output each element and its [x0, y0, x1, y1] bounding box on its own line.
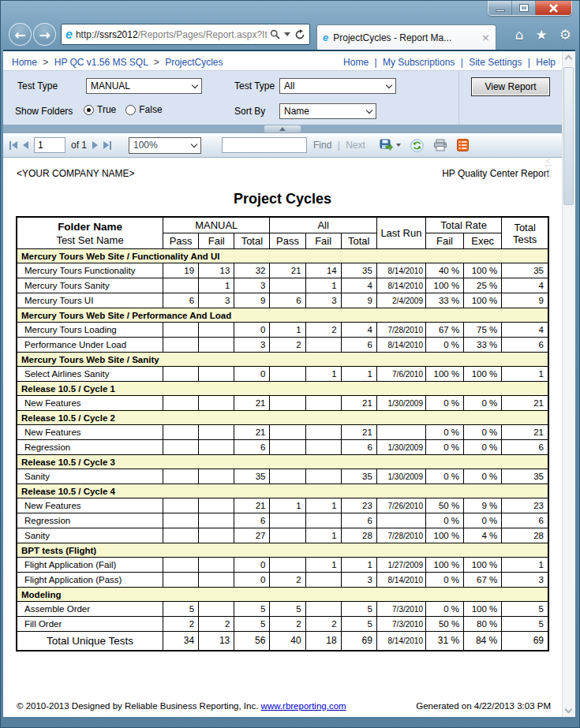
minimize-button[interactable] — [488, 1, 512, 15]
value-cell: 5 — [502, 602, 548, 617]
value-cell: 8/14/2010 — [376, 338, 425, 353]
value-cell: 6 — [234, 440, 270, 455]
value-cell — [270, 396, 305, 411]
site-settings-link[interactable]: Site Settings — [469, 57, 522, 68]
first-page-button[interactable] — [9, 141, 17, 150]
value-cell: 40 — [270, 632, 305, 651]
value-cell: 69 — [341, 632, 376, 651]
previous-page-button[interactable] — [23, 141, 28, 149]
value-cell: 100 % — [425, 528, 463, 543]
my-subscriptions-link[interactable]: My Subscriptions — [383, 57, 455, 68]
tab-close-icon[interactable]: × — [481, 32, 490, 43]
value-cell: 0 % — [425, 425, 463, 440]
group-header-row: Release 10.5 / Cycle 1 — [17, 382, 548, 396]
test-set-name: New Features — [17, 425, 163, 440]
value-cell: 0 — [234, 573, 270, 588]
test-type-label: Test Type — [17, 80, 58, 91]
value-cell: 2 — [305, 323, 341, 338]
value-cell: 4 — [341, 323, 376, 338]
show-folders-false-radio[interactable] — [125, 105, 136, 115]
vertical-scrollbar[interactable] — [562, 51, 575, 717]
maximize-button[interactable] — [512, 1, 536, 15]
refresh-report-button[interactable] — [410, 139, 424, 152]
value-cell: 0 — [234, 367, 270, 382]
generated-timestamp: Generated on 4/22/2013 3:03 PM — [416, 701, 551, 711]
favorites-star-icon[interactable]: ★ — [536, 27, 548, 43]
value-cell — [199, 498, 234, 513]
table-header: Folder Name Test Set Name MANUAL All Las… — [17, 217, 548, 249]
value-cell — [305, 513, 341, 528]
value-cell: 21 — [234, 396, 270, 411]
value-cell: 100 % — [464, 602, 502, 617]
value-cell: 5 — [234, 617, 270, 632]
value-cell: 3 — [199, 293, 234, 308]
browser-tab[interactable]: e ProjectCycles - Report Ma... × — [316, 24, 496, 50]
home-icon[interactable]: ⌂ — [515, 27, 524, 43]
report-title: Project Cycles — [3, 191, 562, 207]
view-report-button[interactable]: View Report — [471, 77, 550, 96]
scroll-up-icon[interactable] — [565, 55, 573, 63]
value-cell: 8/14/2010 — [376, 278, 425, 293]
last-page-button[interactable] — [103, 141, 111, 150]
back-button[interactable]: ← — [9, 23, 32, 46]
value-cell: 7/28/2010 — [376, 528, 425, 543]
value-cell: 33 % — [425, 293, 463, 308]
next-page-button[interactable] — [92, 141, 98, 149]
value-cell: 28 — [502, 528, 548, 543]
value-cell: 1 — [305, 498, 341, 513]
value-cell — [270, 440, 305, 455]
home-link[interactable]: Home — [343, 57, 369, 68]
copyright-text: © 2010-2013 Designed by Reliable Busines… — [17, 701, 258, 711]
search-icon[interactable] — [270, 29, 280, 39]
breadcrumb-project-link[interactable]: HP QC v1.56 MS SQL — [54, 57, 148, 68]
table-row: Mercury Tours Functionality1913322114358… — [17, 263, 548, 278]
test-type2-select[interactable]: All — [279, 78, 396, 94]
value-cell: 8/14/2010 — [376, 573, 425, 588]
zoom-select[interactable]: 100% — [129, 137, 201, 154]
report-footer: © 2010-2013 Designed by Reliable Busines… — [17, 701, 551, 711]
value-cell: 6 — [341, 513, 376, 528]
value-cell: 1 — [502, 558, 548, 573]
find-link[interactable]: Find — [313, 140, 331, 151]
rbreporting-link[interactable]: www.rbreporting.com — [261, 701, 346, 711]
close-button[interactable] — [536, 1, 571, 15]
table-row: Mercury Tours UI6396392/4/200933 %100 %9 — [17, 293, 548, 308]
value-cell — [163, 396, 199, 411]
col-header-all: All — [270, 217, 376, 233]
test-type-select[interactable]: MANUAL — [86, 78, 202, 94]
value-cell: 67 % — [464, 573, 502, 588]
print-button[interactable] — [433, 139, 447, 151]
show-folders-true-radio[interactable] — [84, 105, 94, 115]
forward-button[interactable]: → — [33, 23, 56, 46]
table-row: New Features21210 %0 %21 — [17, 425, 548, 440]
find-next-link[interactable]: Next — [346, 140, 365, 151]
tab-title: ProjectCycles - Report Ma... — [333, 32, 477, 43]
collapse-handle[interactable] — [264, 125, 301, 133]
group-header-row: Mercury Tours Web Site / Performance And… — [17, 308, 548, 323]
page-number-input[interactable] — [34, 137, 65, 153]
data-feed-button[interactable] — [457, 139, 469, 151]
breadcrumb-report-link[interactable]: ProjectCycles — [165, 57, 223, 68]
value-cell — [270, 469, 305, 484]
value-cell: 7/28/2010 — [376, 323, 425, 338]
export-button[interactable] — [380, 139, 401, 151]
value-cell: 21 — [270, 263, 305, 278]
address-dropdown-icon[interactable] — [284, 32, 290, 36]
test-set-name: Select Airlines Sanity — [17, 367, 163, 382]
breadcrumb-home-link[interactable]: Home — [12, 57, 37, 68]
value-cell: 1 — [305, 367, 341, 382]
scrollbar-thumb[interactable] — [563, 67, 574, 205]
find-text-input[interactable] — [222, 137, 307, 153]
value-cell: 21 — [502, 425, 548, 440]
test-set-name: Fill Order — [17, 617, 163, 632]
value-cell — [305, 573, 341, 588]
address-bar[interactable]: e http://ssrs2012/Reports/Pages/Report.a… — [61, 24, 310, 45]
scroll-down-icon[interactable] — [565, 706, 573, 714]
value-cell: 35 — [341, 263, 376, 278]
sort-by-select[interactable]: Name — [279, 103, 376, 119]
help-link[interactable]: Help — [536, 57, 556, 68]
table-row: Mercury Tours Sanity13148/14/2010100 %25… — [17, 278, 548, 293]
settings-gear-icon[interactable]: ⚙ — [559, 27, 571, 43]
value-cell: 35 — [502, 469, 548, 484]
refresh-page-icon[interactable] — [294, 29, 305, 40]
